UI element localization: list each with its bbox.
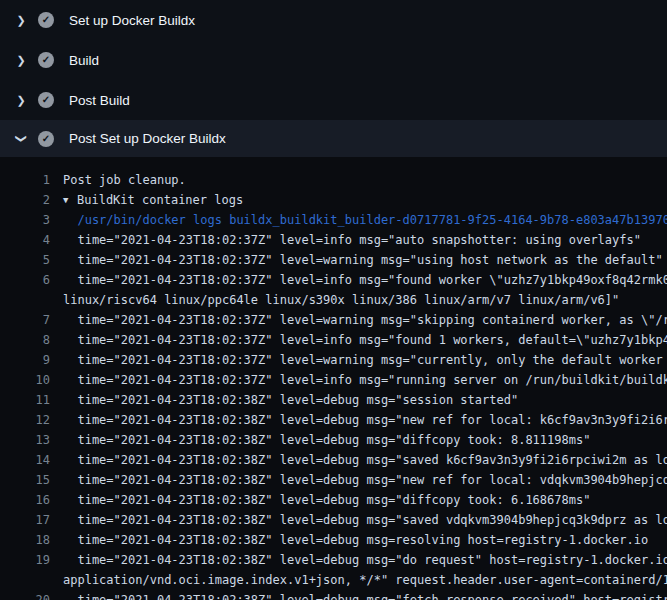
log-line-text: time="2021-04-23T18:02:37Z" level=info m…: [50, 230, 641, 250]
log-line-text: time="2021-04-23T18:02:38Z" level=debug …: [50, 430, 590, 450]
log-line-number[interactable]: 8: [0, 330, 50, 350]
log-line-text: time="2021-04-23T18:02:38Z" level=debug …: [50, 530, 648, 550]
log-line: 7 time="2021-04-23T18:02:37Z" level=warn…: [0, 310, 667, 330]
check-icon: ✓: [38, 92, 54, 108]
log-line-text: time="2021-04-23T18:02:38Z" level=debug …: [50, 450, 667, 470]
steps-panel: ❯ ✓ Set up Docker Buildx ❯ ✓ Build ❯ ✓ P…: [0, 0, 667, 157]
group-toggle-icon[interactable]: ▼: [63, 190, 77, 210]
log-line-text: /usr/bin/docker logs buildx_buildkit_bui…: [50, 210, 667, 230]
log-line-text: Post job cleanup.: [50, 170, 186, 190]
log-line-number[interactable]: [0, 570, 50, 590]
log-line: 17 time="2021-04-23T18:02:38Z" level=deb…: [0, 510, 667, 530]
log-line-text: time="2021-04-23T18:02:37Z" level=info m…: [50, 270, 667, 290]
log-group-label[interactable]: BuildKit container logs: [77, 193, 243, 207]
log-line: 5 time="2021-04-23T18:02:37Z" level=warn…: [0, 250, 667, 270]
log-line-text: linux/riscv64 linux/ppc64le linux/s390x …: [50, 290, 619, 310]
log-line-number[interactable]: 1: [0, 170, 50, 190]
log-line-number[interactable]: 19: [0, 550, 50, 570]
log-line: linux/riscv64 linux/ppc64le linux/s390x …: [0, 290, 667, 310]
check-icon: ✓: [38, 131, 54, 147]
chevron-down-icon: ❯: [16, 131, 27, 147]
log-line: 10 time="2021-04-23T18:02:37Z" level=inf…: [0, 370, 667, 390]
log-line-text: time="2021-04-23T18:02:38Z" level=debug …: [50, 550, 667, 570]
step-label: Build: [69, 53, 99, 68]
step-label: Post Set up Docker Buildx: [69, 131, 226, 146]
step-row-post-build[interactable]: ❯ ✓ Post Build: [0, 80, 667, 120]
log-line-number[interactable]: 10: [0, 370, 50, 390]
log-line-text: time="2021-04-23T18:02:38Z" level=debug …: [50, 390, 518, 410]
log-line: 13 time="2021-04-23T18:02:38Z" level=deb…: [0, 430, 667, 450]
log-line-text: time="2021-04-23T18:02:37Z" level=info m…: [50, 330, 667, 350]
log-line: 20 time="2021-04-23T18:02:38Z" level=deb…: [0, 590, 667, 600]
log-line-text: time="2021-04-23T18:02:37Z" level=warnin…: [50, 310, 667, 330]
log-line-text: time="2021-04-23T18:02:38Z" level=debug …: [50, 410, 667, 430]
chevron-right-icon: ❯: [13, 15, 29, 26]
log-line: 4 time="2021-04-23T18:02:37Z" level=info…: [0, 230, 667, 250]
log-line: 6 time="2021-04-23T18:02:37Z" level=info…: [0, 270, 667, 290]
check-icon: ✓: [38, 52, 54, 68]
log-line-text: time="2021-04-23T18:02:38Z" level=debug …: [50, 510, 667, 530]
log-panel: 1 Post job cleanup. 2 ▼BuildKit containe…: [0, 157, 667, 600]
log-line: 12 time="2021-04-23T18:02:38Z" level=deb…: [0, 410, 667, 430]
log-line: application/vnd.oci.image.index.v1+json,…: [0, 570, 667, 590]
log-line: 19 time="2021-04-23T18:02:38Z" level=deb…: [0, 550, 667, 570]
log-line-number[interactable]: 11: [0, 390, 50, 410]
log-line-number[interactable]: 9: [0, 350, 50, 370]
log-line-text: time="2021-04-23T18:02:38Z" level=debug …: [50, 490, 590, 510]
log-line: 14 time="2021-04-23T18:02:38Z" level=deb…: [0, 450, 667, 470]
log-line-text: time="2021-04-23T18:02:38Z" level=debug …: [50, 470, 667, 490]
log-line: 1 Post job cleanup.: [0, 170, 667, 190]
step-label: Post Build: [69, 93, 130, 108]
log-line-text: time="2021-04-23T18:02:37Z" level=info m…: [50, 370, 667, 390]
log-line-number[interactable]: 13: [0, 430, 50, 450]
log-line: 15 time="2021-04-23T18:02:38Z" level=deb…: [0, 470, 667, 490]
log-line: 8 time="2021-04-23T18:02:37Z" level=info…: [0, 330, 667, 350]
step-label: Set up Docker Buildx: [69, 13, 195, 28]
log-line-number[interactable]: 5: [0, 250, 50, 270]
log-line-number[interactable]: 16: [0, 490, 50, 510]
log-line: 11 time="2021-04-23T18:02:38Z" level=deb…: [0, 390, 667, 410]
log-lines: 1 Post job cleanup. 2 ▼BuildKit containe…: [0, 170, 667, 600]
log-line-number[interactable]: 2: [0, 190, 50, 210]
log-line: 2 ▼BuildKit container logs: [0, 190, 667, 210]
log-line: 16 time="2021-04-23T18:02:38Z" level=deb…: [0, 490, 667, 510]
log-line-text: time="2021-04-23T18:02:38Z" level=debug …: [50, 590, 667, 600]
log-line-number[interactable]: 20: [0, 590, 50, 600]
log-line-number[interactable]: 18: [0, 530, 50, 550]
log-line-number[interactable]: 7: [0, 310, 50, 330]
log-line-number[interactable]: 12: [0, 410, 50, 430]
log-line-number[interactable]: 6: [0, 270, 50, 290]
log-line-text: time="2021-04-23T18:02:37Z" level=warnin…: [50, 250, 663, 270]
log-line-text: time="2021-04-23T18:02:37Z" level=warnin…: [50, 350, 667, 370]
step-row-set-up-docker-buildx[interactable]: ❯ ✓ Set up Docker Buildx: [0, 0, 667, 40]
chevron-right-icon: ❯: [13, 55, 29, 66]
log-line-number[interactable]: 15: [0, 470, 50, 490]
step-row-build[interactable]: ❯ ✓ Build: [0, 40, 667, 80]
log-line: 18 time="2021-04-23T18:02:38Z" level=deb…: [0, 530, 667, 550]
chevron-right-icon: ❯: [13, 95, 29, 106]
log-line-number[interactable]: [0, 290, 50, 310]
step-row-post-set-up-docker-buildx[interactable]: ❯ ✓ Post Set up Docker Buildx: [0, 120, 667, 157]
log-line: 9 time="2021-04-23T18:02:37Z" level=warn…: [0, 350, 667, 370]
log-line-number[interactable]: 4: [0, 230, 50, 250]
log-line: 3 /usr/bin/docker logs buildx_buildkit_b…: [0, 210, 667, 230]
check-icon: ✓: [38, 12, 54, 28]
log-line-number[interactable]: 3: [0, 210, 50, 230]
log-line-text: application/vnd.oci.image.index.v1+json,…: [50, 570, 667, 590]
log-line-text[interactable]: ▼BuildKit container logs: [50, 190, 243, 210]
log-line-number[interactable]: 17: [0, 510, 50, 530]
log-line-number[interactable]: 14: [0, 450, 50, 470]
